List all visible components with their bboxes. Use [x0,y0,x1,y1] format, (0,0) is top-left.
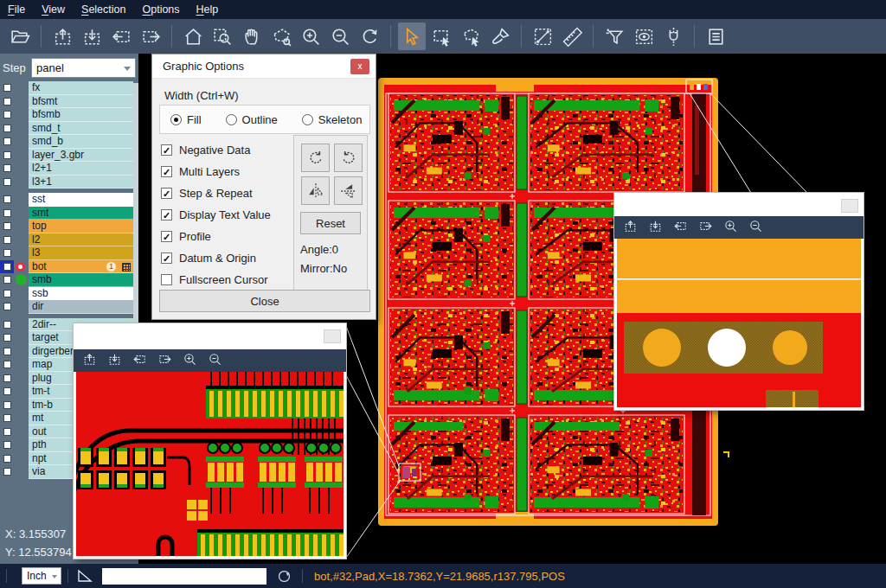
layer-name[interactable]: sst [29,193,133,207]
layer-row[interactable]: bfsmb [0,108,138,122]
layer-row[interactable]: smb [0,273,138,287]
layer-row[interactable]: smd_t [0,122,138,136]
layer-indicator-cell[interactable] [14,260,29,274]
layer-indicator-cell[interactable] [14,385,29,399]
shift-right-tool[interactable] [698,219,713,237]
layer-row[interactable]: l3+1 [0,176,138,189]
command-input[interactable] [102,568,266,585]
rotate-ccw-button[interactable] [334,144,363,172]
view-options-tool[interactable] [630,22,658,50]
open-tool[interactable] [6,22,34,50]
radio-fill[interactable]: Fill [170,113,202,126]
zoom-out-tool[interactable] [748,219,763,237]
radio-outline[interactable]: Outline [226,113,278,126]
layer-indicator-cell[interactable] [14,287,29,301]
layer-indicator-cell[interactable] [14,318,29,332]
angle-mode-icon[interactable] [76,567,93,585]
layer-indicator-cell[interactable] [14,345,29,359]
step-select[interactable]: panel [31,58,136,78]
layer-row[interactable]: l3 [0,246,138,260]
filter-tool[interactable] [600,22,628,50]
layer-name[interactable]: l3+1 [29,176,133,189]
reset-button[interactable]: Reset [300,212,361,234]
flip-h-button[interactable] [301,176,330,205]
shift-left-tool[interactable] [107,22,135,50]
layer-name[interactable]: l2+1 [29,162,133,176]
layer-name[interactable]: layer_3.gbr [29,149,133,163]
menu-view[interactable]: View [42,3,65,16]
layer-visibility-checkbox[interactable] [0,135,14,149]
layer-visibility-checkbox[interactable] [0,108,14,122]
layer-indicator-cell[interactable] [14,95,29,109]
layer-visibility-checkbox[interactable] [0,220,14,233]
layer-indicator-cell[interactable] [14,412,29,425]
upload-tool[interactable] [48,22,76,50]
layer-visibility-checkbox[interactable] [0,331,14,345]
layer-visibility-checkbox[interactable] [0,95,14,109]
layer-row[interactable]: layer_3.gbr [0,149,138,163]
ruler-tool[interactable] [558,22,586,50]
layer-indicator-cell[interactable] [14,438,29,452]
layer-row[interactable]: ssb [0,287,138,301]
layer-visibility-checkbox[interactable] [0,452,14,466]
layer-visibility-checkbox[interactable] [0,318,14,332]
layer-name[interactable]: l3 [29,246,133,260]
zoom-out-tool[interactable] [326,22,354,50]
layer-indicator-cell[interactable] [14,246,29,260]
layer-visibility-checkbox[interactable] [0,193,14,207]
layer-indicator-cell[interactable] [14,149,29,163]
menu-help[interactable]: Help [196,3,219,16]
layer-visibility-checkbox[interactable] [0,233,14,247]
layer-row[interactable]: bot1 [0,260,138,274]
unit-select[interactable]: Inch [22,567,61,585]
layer-name[interactable]: fx [29,81,133,95]
layer-indicator-cell[interactable] [14,399,29,412]
zoom-in-tool[interactable] [183,352,197,370]
home-tool[interactable] [179,22,207,50]
layer-visibility-checkbox[interactable] [0,412,14,425]
zoom-out-tool[interactable] [208,352,222,370]
layer-row[interactable]: dir [0,300,138,314]
layer-visibility-checkbox[interactable] [0,122,14,136]
layer-indicator-cell[interactable] [14,233,29,247]
layer-indicator-cell[interactable] [14,372,29,386]
measure-tool[interactable] [529,22,556,50]
checkbox-multi-layers[interactable]: ✓Multi Layers [161,161,271,182]
report-tool[interactable] [702,22,729,50]
checkbox-fullscreen-cursor[interactable]: Fullscreen Cursor [161,269,271,291]
layer-name[interactable]: ssb [29,287,133,301]
shift-right-tool[interactable] [137,22,164,50]
layer-name[interactable]: smb [29,273,133,287]
checkbox-datum-origin[interactable]: ✓Datum & Origin [161,247,271,269]
layer-indicator-cell[interactable] [14,122,29,136]
layer-row[interactable]: smt [0,207,138,220]
window-button[interactable] [324,329,341,343]
upload-tool[interactable] [623,219,638,237]
menu-options[interactable]: Options [142,3,179,16]
refresh-icon[interactable] [277,569,292,584]
layer-visibility-checkbox[interactable] [0,260,14,274]
shift-left-tool[interactable] [132,352,147,370]
layer-row[interactable]: l2+1 [0,162,138,176]
zoom-window-tool[interactable] [209,22,236,50]
layer-visibility-checkbox[interactable] [0,287,14,301]
layer-visibility-checkbox[interactable] [0,465,14,479]
layer-indicator-cell[interactable] [14,220,29,233]
layer-visibility-checkbox[interactable] [0,345,14,359]
layer-visibility-checkbox[interactable] [0,358,14,372]
select-rect-tool[interactable] [427,22,455,50]
layer-row[interactable]: bfsmt [0,95,138,109]
download-tool[interactable] [648,219,663,237]
layer-name[interactable]: top [29,220,133,233]
checkbox-display-text-value[interactable]: ✓Display Text Value [161,204,271,226]
zoom-window-titlebar[interactable] [74,323,346,349]
checkbox-step-repeat[interactable]: ✓Step & Repeat [161,182,271,204]
layer-indicator-cell[interactable] [14,108,29,122]
zoom-in-tool[interactable] [723,219,738,237]
menu-file[interactable]: File [8,3,25,16]
layer-name[interactable]: smd_t [29,122,133,136]
layer-visibility-checkbox[interactable] [0,176,14,189]
layer-indicator-cell[interactable] [14,300,29,314]
download-tool[interactable] [78,22,106,50]
menu-selection[interactable]: Selection [81,3,125,16]
